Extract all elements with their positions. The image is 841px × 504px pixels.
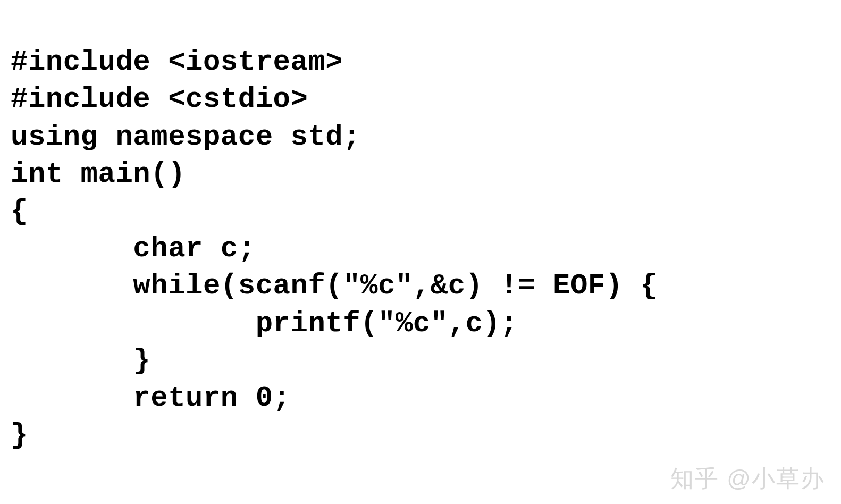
code-line: #include <iostream> [11,46,343,78]
code-line: while(scanf("%c",&c) != EOF) { [11,270,658,302]
code-line: return 0; [11,382,290,414]
code-line: int main() [11,158,186,190]
code-line: } [11,345,150,377]
watermark-text: 知乎 @小草办 [670,463,825,494]
code-line: { [11,195,28,228]
code-line: printf("%c",c); [11,307,518,340]
code-line: char c; [11,232,256,265]
code-line: #include <cstdio> [11,83,308,115]
code-block: #include <iostream> #include <cstdio> us… [0,0,841,460]
code-line: using namespace std; [11,121,360,153]
code-line: } [11,419,28,451]
